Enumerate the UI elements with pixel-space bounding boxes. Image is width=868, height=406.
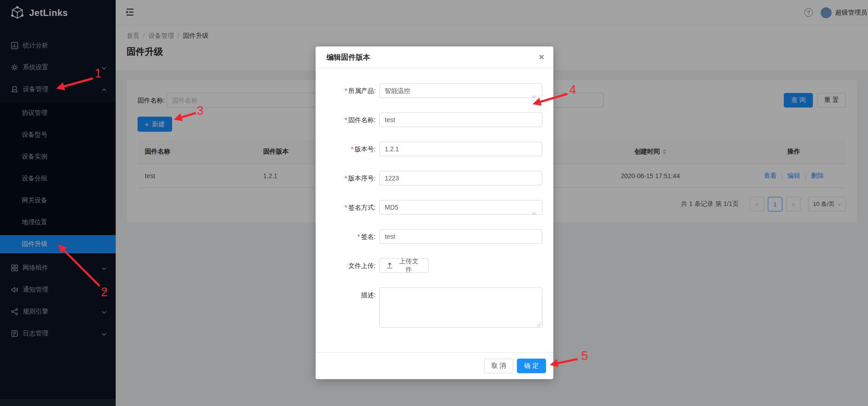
field-description: 描述:	[327, 288, 542, 329]
select-arrow-icon	[531, 206, 536, 220]
modal-header: 编辑固件版本 ×	[316, 46, 553, 68]
confirm-button[interactable]: 确 定	[517, 359, 546, 373]
modal-title: 编辑固件版本	[327, 53, 370, 61]
signature-input[interactable]	[379, 229, 542, 244]
field-sign-method: *签名方式: MD5	[327, 200, 542, 215]
cancel-button[interactable]: 取 消	[484, 359, 513, 373]
field-product: *所属产品: 智能温控	[327, 83, 542, 98]
field-version: *版本号:	[327, 142, 542, 156]
resize-handle[interactable]	[536, 322, 541, 326]
sign-method-select[interactable]: MD5	[379, 200, 542, 215]
field-signature: *签名:	[327, 229, 542, 244]
upload-icon	[387, 262, 393, 269]
upload-file-button[interactable]: 上传文件	[379, 258, 429, 273]
field-version-order: *版本序号:	[327, 171, 542, 185]
firmware-name-input[interactable]	[379, 113, 542, 127]
close-icon[interactable]: ×	[539, 52, 544, 62]
field-firmware-name: *固件名称:	[327, 113, 542, 127]
product-select[interactable]: 智能温控	[379, 83, 542, 98]
modal-footer: 取 消 确 定	[316, 352, 553, 379]
version-input[interactable]	[379, 142, 542, 156]
modal-body: *所属产品: 智能温控 *固件名称: *版本号: *版本序号: *签名方式:	[316, 68, 553, 329]
field-file-upload: 文件上传: 上传文件	[327, 258, 542, 273]
select-arrow-icon	[531, 89, 536, 103]
edit-firmware-modal: 编辑固件版本 × *所属产品: 智能温控 *固件名称: *版本号: *版本序号:	[316, 46, 553, 379]
description-textarea[interactable]	[379, 288, 542, 328]
version-order-input[interactable]	[379, 171, 542, 185]
